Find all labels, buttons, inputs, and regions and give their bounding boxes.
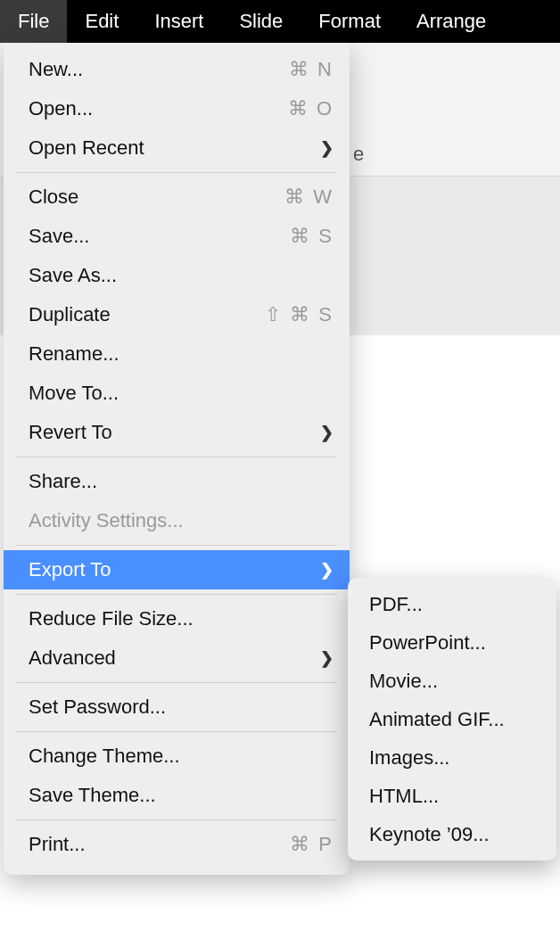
menu-label: Move To...: [29, 382, 334, 405]
export-to-submenu: PDF... PowerPoint... Movie... Animated G…: [348, 578, 556, 861]
menu-label: Animated GIF...: [369, 708, 540, 731]
menubar-item-edit[interactable]: Edit: [67, 0, 136, 43]
obscured-text: e: [353, 143, 364, 166]
menu-shortcut: ⌘ O: [288, 97, 334, 120]
menu-item-set-password[interactable]: Set Password...: [4, 688, 350, 727]
menu-label: Share...: [29, 470, 334, 493]
menu-label: Activity Settings...: [29, 509, 334, 532]
chevron-right-icon: ❯: [320, 423, 334, 442]
menubar-item-insert[interactable]: Insert: [136, 0, 221, 43]
menu-label: PDF...: [369, 593, 540, 616]
menubar: File Edit Insert Slide Format Arrange: [0, 0, 560, 43]
menu-item-print[interactable]: Print... ⌘ P: [4, 825, 350, 864]
menu-label: New...: [29, 58, 289, 81]
menu-shortcut: ⇧ ⌘ S: [265, 303, 334, 326]
menu-item-new[interactable]: New... ⌘ N: [4, 50, 350, 89]
submenu-item-images[interactable]: Images...: [348, 738, 556, 777]
menu-divider: [16, 172, 337, 173]
menubar-label: File: [18, 10, 49, 33]
menubar-item-arrange[interactable]: Arrange: [399, 0, 504, 43]
menu-shortcut: ⌘ N: [289, 58, 334, 81]
menu-divider: [16, 819, 337, 820]
menu-label: Movie...: [369, 670, 540, 693]
menu-label: Reduce File Size...: [29, 607, 334, 630]
menu-item-export-to[interactable]: Export To ❯: [4, 550, 350, 589]
menu-label: Set Password...: [29, 696, 334, 719]
menubar-label: Format: [318, 10, 381, 33]
menu-label: HTML...: [369, 785, 540, 808]
file-menu-dropdown: New... ⌘ N Open... ⌘ O Open Recent ❯ Clo…: [4, 43, 350, 875]
menu-label: Advanced: [29, 646, 320, 670]
menu-item-move-to[interactable]: Move To...: [4, 374, 350, 413]
menu-shortcut: ⌘ W: [284, 185, 334, 209]
menu-item-share[interactable]: Share...: [4, 462, 350, 501]
menu-item-reduce-file-size[interactable]: Reduce File Size...: [4, 599, 350, 638]
menu-label: Change Theme...: [29, 745, 334, 768]
menu-label: Revert To: [29, 421, 320, 444]
menu-label: Close: [29, 185, 284, 209]
menu-item-close[interactable]: Close ⌘ W: [4, 177, 350, 217]
menu-label: Save As...: [29, 264, 334, 287]
submenu-item-keynote09[interactable]: Keynote ’09...: [348, 815, 556, 853]
menu-item-open-recent[interactable]: Open Recent ❯: [4, 128, 350, 168]
menubar-item-file[interactable]: File: [0, 0, 67, 43]
menubar-label: Slide: [239, 10, 283, 33]
menu-item-activity-settings: Activity Settings...: [4, 501, 350, 540]
menu-divider: [16, 545, 337, 546]
menu-label: Save...: [29, 225, 290, 248]
menubar-item-slide[interactable]: Slide: [221, 0, 301, 43]
menu-item-revert-to[interactable]: Revert To ❯: [4, 413, 350, 452]
menu-label: Rename...: [29, 342, 334, 366]
menu-item-change-theme[interactable]: Change Theme...: [4, 737, 350, 776]
menubar-item-format[interactable]: Format: [301, 0, 399, 43]
menu-divider: [16, 682, 337, 683]
menu-label: Images...: [369, 746, 540, 770]
menu-label: PowerPoint...: [369, 631, 540, 655]
menu-label: Open...: [29, 97, 288, 120]
submenu-item-movie[interactable]: Movie...: [348, 662, 556, 700]
menu-label: Open Recent: [29, 136, 320, 160]
menu-item-advanced[interactable]: Advanced ❯: [4, 638, 350, 678]
menu-item-save-theme[interactable]: Save Theme...: [4, 776, 350, 815]
menu-label: Print...: [29, 833, 290, 856]
chevron-right-icon: ❯: [320, 648, 334, 668]
menu-label: Save Theme...: [29, 784, 334, 807]
submenu-item-powerpoint[interactable]: PowerPoint...: [348, 623, 556, 662]
menu-shortcut: ⌘ P: [290, 833, 334, 856]
menu-shortcut: ⌘ S: [290, 225, 334, 248]
chevron-right-icon: ❯: [320, 138, 334, 158]
menu-item-save-as[interactable]: Save As...: [4, 256, 350, 295]
submenu-item-animated-gif[interactable]: Animated GIF...: [348, 700, 556, 738]
menu-divider: [16, 731, 337, 732]
menu-divider: [16, 457, 337, 457]
menu-divider: [16, 594, 337, 595]
menu-item-rename[interactable]: Rename...: [4, 334, 350, 374]
menubar-label: Edit: [85, 10, 119, 33]
menu-label: Export To: [29, 558, 320, 581]
menu-label: Duplicate: [29, 303, 265, 326]
menu-item-save[interactable]: Save... ⌘ S: [4, 217, 350, 256]
menu-label: Keynote ’09...: [369, 823, 540, 846]
menu-item-open[interactable]: Open... ⌘ O: [4, 89, 350, 128]
menu-item-duplicate[interactable]: Duplicate ⇧ ⌘ S: [4, 295, 350, 334]
menubar-label: Arrange: [416, 10, 486, 33]
chevron-right-icon: ❯: [320, 560, 334, 580]
menubar-label: Insert: [154, 10, 203, 33]
submenu-item-html[interactable]: HTML...: [348, 777, 556, 815]
submenu-item-pdf[interactable]: PDF...: [348, 585, 556, 623]
